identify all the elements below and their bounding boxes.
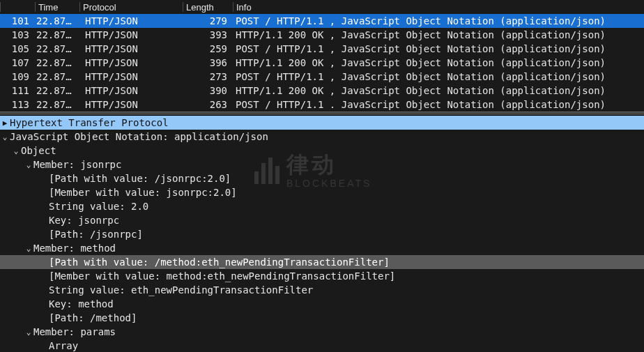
- cell-no: 111: [0, 85, 33, 96]
- jsonrpc-path-value[interactable]: [Path with value: /jsonrpc:2.0]: [0, 171, 644, 185]
- method-path-value[interactable]: [Path with value: /method:eth_newPending…: [0, 255, 644, 269]
- cell-time: 22.87…: [33, 15, 78, 26]
- cell-no: 105: [0, 43, 33, 54]
- json-object-label: Object: [21, 145, 56, 156]
- packet-row[interactable]: 10322.87…HTTP/JSON393HTTP/1.1 200 OK , J…: [0, 28, 644, 42]
- cell-length: 390: [181, 85, 231, 96]
- cell-info: POST / HTTP/1.1 , JavaScript Object Nota…: [231, 15, 644, 26]
- cell-time: 22.87…: [33, 99, 78, 110]
- packet-row[interactable]: 10722.87…HTTP/JSON396HTTP/1.1 200 OK , J…: [0, 56, 644, 70]
- cell-length: 279: [181, 15, 231, 26]
- cell-time: 22.87…: [33, 57, 78, 68]
- json-object[interactable]: ⌄ Object: [0, 144, 644, 158]
- member-method[interactable]: ⌄ Member: method: [0, 241, 644, 255]
- proto-json-label: JavaScript Object Notation: application/…: [10, 131, 268, 142]
- packet-row[interactable]: 10922.87…HTTP/JSON273POST / HTTP/1.1 , J…: [0, 70, 644, 84]
- jsonrpc-path[interactable]: [Path: /jsonrpc]: [0, 227, 644, 241]
- cell-protocol: HTTP/JSON: [78, 43, 181, 54]
- cell-length: 396: [181, 57, 231, 68]
- cell-length: 259: [181, 43, 231, 54]
- jsonrpc-string-value[interactable]: String value: 2.0: [0, 199, 644, 213]
- member-params-label: Member: params: [33, 326, 116, 337]
- packet-detail-pane: ▶ Hypertext Transfer Protocol ⌄ JavaScri…: [0, 116, 644, 352]
- chevron-down-icon[interactable]: ⌄: [11, 146, 21, 155]
- params-array[interactable]: Array: [0, 339, 644, 352]
- jsonrpc-key[interactable]: Key: jsonrpc: [0, 213, 644, 227]
- chevron-down-icon[interactable]: ⌄: [24, 160, 33, 169]
- member-jsonrpc[interactable]: ⌄ Member: jsonrpc: [0, 158, 644, 171]
- chevron-down-icon[interactable]: ⌄: [24, 244, 33, 253]
- cell-protocol: HTTP/JSON: [78, 85, 181, 96]
- cell-length: 393: [181, 29, 231, 40]
- cell-no: 109: [0, 71, 33, 82]
- col-header-time[interactable]: Time: [33, 0, 78, 14]
- cell-protocol: HTTP/JSON: [78, 29, 181, 40]
- cell-protocol: HTTP/JSON: [78, 57, 181, 68]
- cell-no: 103: [0, 29, 33, 40]
- cell-protocol: HTTP/JSON: [78, 15, 181, 26]
- cell-protocol: HTTP/JSON: [78, 99, 181, 110]
- method-string-value[interactable]: String value: eth_newPendingTransactionF…: [0, 283, 644, 297]
- cell-time: 22.87…: [33, 29, 78, 40]
- col-header-protocol[interactable]: Protocol: [78, 0, 181, 14]
- cell-protocol: HTTP/JSON: [78, 71, 181, 82]
- cell-info: POST / HTTP/1.1 , JavaScript Object Nota…: [231, 71, 644, 82]
- cell-no: 113: [0, 99, 33, 110]
- member-jsonrpc-label: Member: jsonrpc: [33, 159, 121, 170]
- chevron-down-icon[interactable]: ⌄: [24, 328, 33, 337]
- cell-time: 22.87…: [33, 43, 78, 54]
- proto-http-label: Hypertext Transfer Protocol: [10, 117, 169, 128]
- cell-time: 22.87…: [33, 85, 78, 96]
- col-header-protocol-label: Protocol: [83, 2, 116, 13]
- method-path[interactable]: [Path: /method]: [0, 311, 644, 325]
- cell-info: HTTP/1.1 200 OK , JavaScript Object Nota…: [231, 85, 644, 96]
- col-header-time-label: Time: [38, 2, 58, 13]
- cell-info: POST / HTTP/1.1 . JavaScript Object Nota…: [231, 99, 644, 110]
- packet-list: Time Protocol Length Info 10122.87…HTTP/…: [0, 0, 644, 112]
- packet-row[interactable]: 10522.87…HTTP/JSON259POST / HTTP/1.1 , J…: [0, 42, 644, 56]
- col-header-info-label: Info: [236, 2, 252, 13]
- cell-time: 22.87…: [33, 71, 78, 82]
- packet-row[interactable]: 10122.87…HTTP/JSON279POST / HTTP/1.1 , J…: [0, 14, 644, 28]
- col-header-length[interactable]: Length: [181, 0, 231, 14]
- col-header-info[interactable]: Info: [231, 0, 644, 14]
- member-params[interactable]: ⌄ Member: params: [0, 325, 644, 339]
- jsonrpc-member-value[interactable]: [Member with value: jsonrpc:2.0]: [0, 185, 644, 199]
- col-header-no[interactable]: [0, 0, 33, 14]
- packet-row[interactable]: 11322.87…HTTP/JSON263POST / HTTP/1.1 . J…: [0, 98, 644, 112]
- cell-info: POST / HTTP/1.1 , JavaScript Object Nota…: [231, 43, 644, 54]
- cell-info: HTTP/1.1 200 OK , JavaScript Object Nota…: [231, 57, 644, 68]
- proto-http[interactable]: ▶ Hypertext Transfer Protocol: [0, 116, 644, 130]
- cell-info: HTTP/1.1 200 OK , JavaScript Object Nota…: [231, 29, 644, 40]
- col-header-length-label: Length: [186, 2, 214, 13]
- cell-length: 273: [181, 71, 231, 82]
- chevron-right-icon[interactable]: ▶: [0, 118, 10, 128]
- cell-no: 107: [0, 57, 33, 68]
- chevron-down-icon[interactable]: ⌄: [0, 132, 10, 141]
- method-key[interactable]: Key: method: [0, 297, 644, 311]
- cell-no: 101: [0, 15, 33, 26]
- proto-json[interactable]: ⌄ JavaScript Object Notation: applicatio…: [0, 130, 644, 144]
- method-member-value[interactable]: [Member with value: method:eth_newPendin…: [0, 269, 644, 283]
- packet-list-header: Time Protocol Length Info: [0, 0, 644, 14]
- member-method-label: Member: method: [33, 243, 116, 254]
- packet-row[interactable]: 11122.87…HTTP/JSON390HTTP/1.1 200 OK , J…: [0, 84, 644, 98]
- cell-length: 263: [181, 99, 231, 110]
